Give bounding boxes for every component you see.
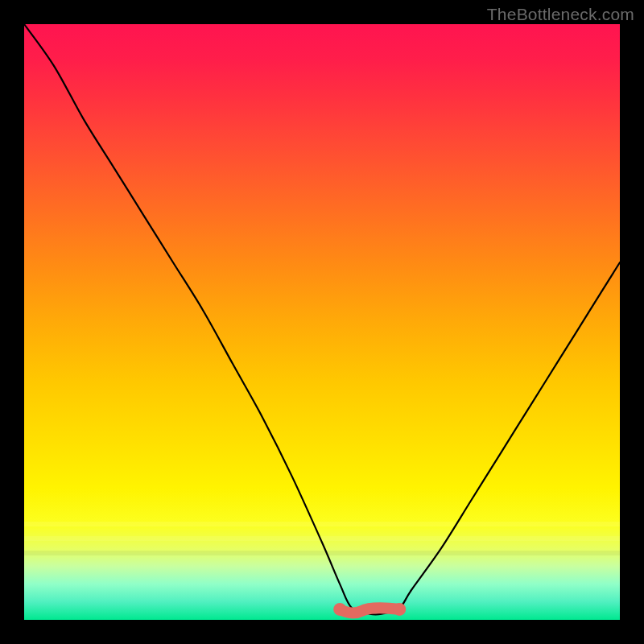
watermark-text: TheBottleneck.com [487,5,634,24]
gradient-band [24,536,620,541]
gradient-band [24,551,620,555]
gradient-band [24,522,620,526]
chart-background-gradient [24,24,620,620]
chart-area [24,24,620,620]
